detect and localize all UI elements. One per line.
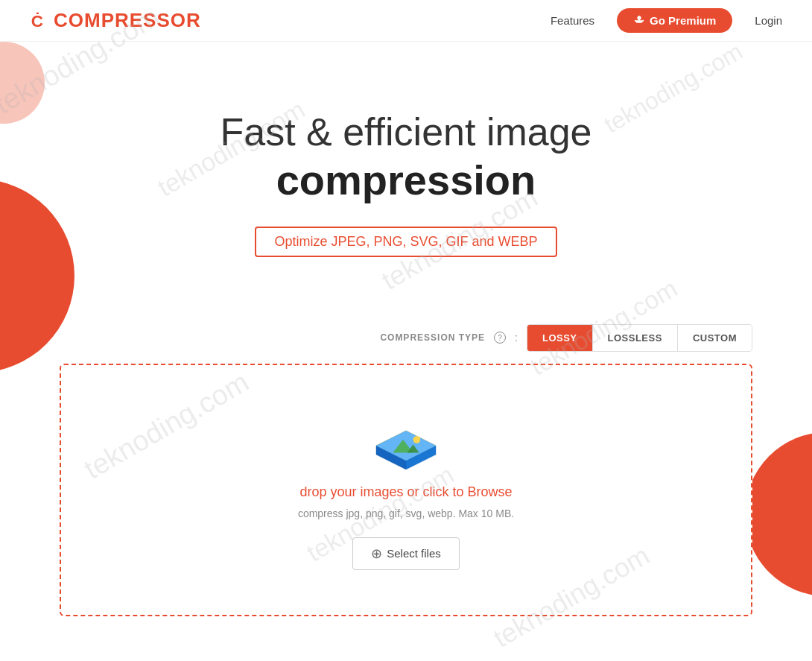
select-files-button[interactable]: ⊕ Select files: [352, 537, 460, 570]
select-files-label: Select files: [387, 547, 441, 560]
info-icon[interactable]: ?: [494, 332, 506, 344]
dropzone-section: drop your images or click to Browse comp…: [0, 364, 812, 646]
compression-type-buttons: LOSSY LOSSLESS CUSTOM: [527, 324, 752, 352]
image-icon-wrapper: [91, 410, 721, 469]
image-drop-icon: [369, 410, 443, 469]
nav-features-link[interactable]: Features: [551, 14, 594, 27]
plus-icon: ⊕: [371, 545, 382, 562]
hero-title-line1: Fast & efficient image: [220, 110, 591, 154]
comp-btn-lossy[interactable]: LOSSY: [527, 325, 593, 351]
logo[interactable]: Ċ COMPRESSOR: [30, 9, 201, 32]
header: Ċ COMPRESSOR Features Go Premium Login: [0, 0, 812, 42]
drop-text-content: drop your images or click to Browse: [299, 484, 512, 499]
hero-title-line2: compression: [15, 155, 797, 205]
colon-separator: :: [515, 332, 518, 344]
compression-type-label: COMPRESSION TYPE: [380, 332, 485, 343]
logo-icon: Ċ: [30, 11, 49, 31]
hero-subtitle-box: Optimize JPEG, PNG, SVG, GIF and WEBP: [255, 227, 556, 257]
drop-subtext: compress jpg, png, gif, svg, webp. Max 1…: [91, 507, 721, 519]
trophy-icon: [633, 15, 645, 27]
nav-login-link[interactable]: Login: [755, 14, 782, 27]
svg-point-7: [413, 436, 421, 443]
go-premium-button[interactable]: Go Premium: [617, 8, 732, 33]
nav-right: Features Go Premium Login: [551, 8, 782, 33]
dropzone[interactable]: drop your images or click to Browse comp…: [60, 364, 752, 616]
logo-text: COMPRESSOR: [54, 9, 201, 32]
hero-section: Fast & efficient image compression Optim…: [0, 42, 812, 287]
comp-btn-custom[interactable]: CUSTOM: [678, 325, 752, 351]
controls-section: COMPRESSION TYPE ? : LOSSY LOSSLESS CUST…: [0, 287, 812, 364]
hero-subtitle-text: Optimize JPEG, PNG, SVG, GIF and WEBP: [274, 234, 537, 249]
drop-text: drop your images or click to Browse: [91, 484, 721, 500]
comp-btn-lossless[interactable]: LOSSLESS: [593, 325, 678, 351]
svg-text:Ċ: Ċ: [31, 11, 43, 30]
